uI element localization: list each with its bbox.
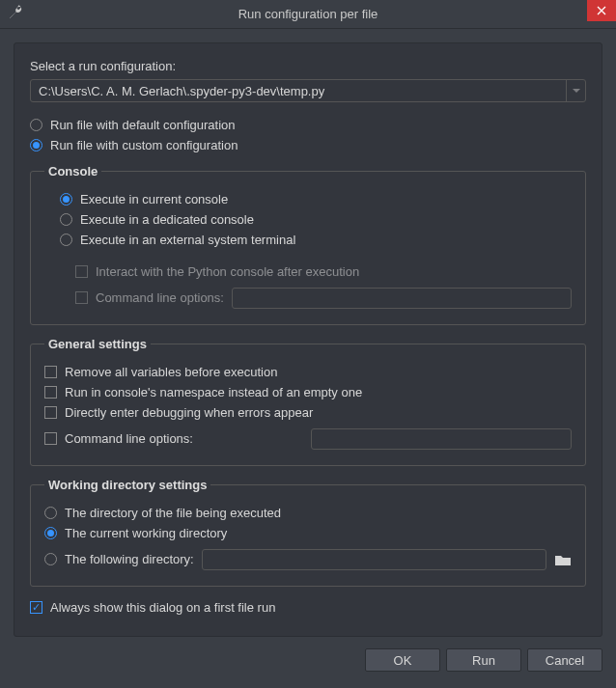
radio-exec-dedicated[interactable]: Execute in a dedicated console xyxy=(60,212,572,227)
check-label: Directly enter debugging when errors app… xyxy=(65,405,313,420)
console-legend: Console xyxy=(44,164,101,179)
radio-icon xyxy=(44,553,57,565)
run-button[interactable]: Run xyxy=(446,648,521,672)
general-legend: General settings xyxy=(44,337,151,351)
general-fieldset: General settings Remove all variables be… xyxy=(30,337,586,466)
general-cmdopts-input[interactable] xyxy=(311,428,572,450)
radio-icon xyxy=(30,139,42,151)
check-general-cmdopts[interactable]: Command line options: xyxy=(44,431,193,446)
config-combobox-value: C:\Users\C. A. M. Gerlach\.spyder-py3-de… xyxy=(31,84,566,98)
radio-icon xyxy=(44,507,57,519)
workdir-fieldset: Working directory settings The directory… xyxy=(30,478,586,587)
check-label: Run in console's namespace instead of an… xyxy=(65,385,362,399)
radio-label: Execute in current console xyxy=(80,192,228,206)
check-run-namespace[interactable]: Run in console's namespace instead of an… xyxy=(44,385,572,399)
radio-icon xyxy=(60,213,72,226)
ok-button[interactable]: OK xyxy=(365,648,440,672)
config-combobox[interactable]: C:\Users\C. A. M. Gerlach\.spyder-py3-de… xyxy=(30,79,586,102)
folder-icon[interactable] xyxy=(554,553,572,566)
radio-exec-current[interactable]: Execute in current console xyxy=(60,192,572,206)
following-dir-input[interactable] xyxy=(202,549,546,570)
check-remove-vars[interactable]: Remove all variables before execution xyxy=(44,365,572,379)
checkbox-icon xyxy=(75,265,88,278)
radio-custom-config[interactable]: Run file with custom configuration xyxy=(30,138,586,152)
console-fieldset: Console Execute in current console Execu… xyxy=(30,164,586,325)
console-cmdopts-input[interactable] xyxy=(232,288,572,309)
checkbox-icon xyxy=(44,386,57,399)
cancel-button[interactable]: Cancel xyxy=(527,648,602,672)
radio-label: Run file with default configuration xyxy=(50,118,236,132)
radio-label: Execute in a dedicated console xyxy=(80,212,254,227)
radio-icon xyxy=(60,193,72,206)
checkbox-icon xyxy=(44,366,57,378)
radio-icon xyxy=(60,234,72,246)
dialog-buttons: OK Run Cancel xyxy=(0,637,616,683)
close-button[interactable] xyxy=(587,0,616,21)
check-label: Command line options: xyxy=(65,431,193,446)
radio-label: The following directory: xyxy=(65,552,194,566)
chevron-down-icon[interactable] xyxy=(566,80,585,101)
radio-exec-external[interactable]: Execute in an external system terminal xyxy=(60,233,572,247)
check-label: Interact with the Python console after e… xyxy=(96,264,359,279)
radio-dir-of-file[interactable]: The directory of the file being executed xyxy=(44,506,572,520)
radio-default-config[interactable]: Run file with default configuration xyxy=(30,118,586,132)
check-debug-on-error[interactable]: Directly enter debugging when errors app… xyxy=(44,405,572,420)
radio-cwd[interactable]: The current working directory xyxy=(44,526,572,540)
radio-label: The directory of the file being executed xyxy=(65,506,281,520)
main-panel: Select a run configuration: C:\Users\C. … xyxy=(14,42,602,637)
check-label: Command line options: xyxy=(96,290,224,305)
check-label: Remove all variables before execution xyxy=(65,365,277,379)
radio-icon xyxy=(30,119,42,131)
radio-following-dir[interactable]: The following directory: xyxy=(44,552,194,566)
radio-label: Run file with custom configuration xyxy=(50,138,238,152)
check-label: Always show this dialog on a first file … xyxy=(50,600,275,615)
radio-icon xyxy=(44,527,57,539)
checkbox-icon xyxy=(44,432,57,445)
checkbox-icon xyxy=(30,601,42,614)
checkbox-icon xyxy=(44,406,57,419)
radio-label: The current working directory xyxy=(65,526,227,540)
check-always-show[interactable]: Always show this dialog on a first file … xyxy=(30,600,586,615)
select-config-label: Select a run configuration: xyxy=(30,59,586,73)
titlebar: Run configuration per file xyxy=(0,0,616,29)
check-console-cmdopts: Command line options: xyxy=(75,290,224,305)
checkbox-icon xyxy=(75,291,88,304)
radio-label: Execute in an external system terminal xyxy=(80,233,295,247)
window-title: Run configuration per file xyxy=(0,7,616,21)
check-interact-after: Interact with the Python console after e… xyxy=(75,264,572,279)
workdir-legend: Working directory settings xyxy=(44,478,210,492)
